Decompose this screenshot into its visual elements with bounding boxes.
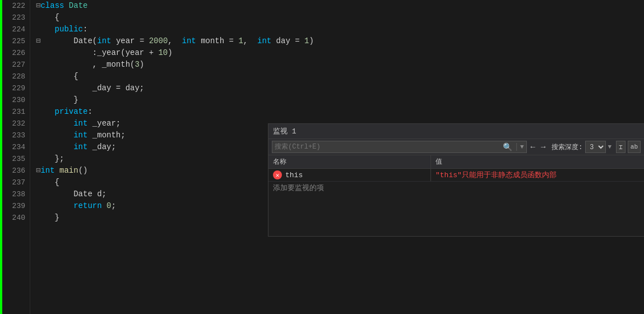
nav-forward-icon[interactable]: → xyxy=(539,142,547,151)
code-token: return xyxy=(55,201,106,210)
code-token: { xyxy=(55,72,78,81)
code-token xyxy=(36,119,55,128)
code-token: class xyxy=(40,1,68,10)
code-token: _day = day; xyxy=(55,84,145,93)
code-token: ) xyxy=(168,48,172,57)
watch-panel-title: 监视 1 xyxy=(268,124,644,139)
line-number: 240 xyxy=(2,212,25,224)
code-token: Date d; xyxy=(55,190,106,198)
code-token: _day; xyxy=(87,142,115,151)
watch-search-input[interactable] xyxy=(275,143,502,151)
code-token xyxy=(36,131,55,140)
line-number: 236 xyxy=(2,165,25,177)
code-token xyxy=(36,201,55,210)
line-number: 233 xyxy=(2,130,25,141)
code-token: day = xyxy=(271,36,304,45)
ab-button[interactable]: ab xyxy=(628,141,641,153)
editor-container: 2222232242252262272282292302312322332342… xyxy=(0,0,644,314)
code-token: int xyxy=(73,142,87,151)
code-token: main xyxy=(59,166,78,175)
code-token xyxy=(36,48,55,57)
code-line: { xyxy=(36,12,644,24)
code-line: _day = day; xyxy=(36,82,644,94)
pin-button[interactable]: ⌶ xyxy=(616,141,626,153)
code-token: public xyxy=(55,25,83,34)
line-number: 228 xyxy=(2,71,25,82)
code-token xyxy=(55,60,74,69)
depth-dropdown-icon[interactable]: ▼ xyxy=(608,144,612,150)
code-token: _month; xyxy=(87,131,125,140)
dropdown-arrow-icon[interactable]: ▼ xyxy=(520,144,524,150)
watch-search-box[interactable]: 🔍 | ▼ xyxy=(272,141,527,153)
code-token: () xyxy=(78,166,88,175)
watch-toolbar: 🔍 | ▼ ← → 搜索深度: 3 1 2 4 5 ▼ ⌶ ab xyxy=(268,139,644,155)
line-number: 235 xyxy=(2,153,25,165)
code-line: { xyxy=(36,71,644,82)
watch-panel: 监视 1 🔍 | ▼ ← → 搜索深度: 3 1 2 4 5 ▼ ⌶ ab xyxy=(268,123,644,237)
code-token: year = xyxy=(111,36,149,45)
error-icon: ✕ xyxy=(273,170,282,179)
line-number: 238 xyxy=(2,188,25,200)
code-token: } xyxy=(36,213,59,222)
watch-table-header: 名称 值 xyxy=(268,155,644,169)
code-token: ) xyxy=(140,60,144,69)
line-number: 226 xyxy=(2,47,25,59)
code-token: ; xyxy=(59,154,64,163)
code-token xyxy=(36,25,55,34)
search-icon[interactable]: 🔍 xyxy=(502,142,513,152)
code-token xyxy=(55,48,74,57)
code-token xyxy=(55,131,74,140)
code-token: :_year(year + xyxy=(73,48,158,57)
line-number: 225 xyxy=(2,35,25,47)
code-token: _year; xyxy=(87,119,121,128)
code-token: int xyxy=(182,36,196,45)
code-token: : xyxy=(87,107,92,116)
code-token xyxy=(55,142,74,151)
line-numbers: 2222232242252262272282292302312322332342… xyxy=(2,0,30,314)
code-token: int xyxy=(73,119,87,128)
nav-back-icon[interactable]: ← xyxy=(529,142,537,151)
code-token: 2000 xyxy=(149,36,168,45)
code-token: : xyxy=(83,25,87,34)
depth-select[interactable]: 3 1 2 4 5 xyxy=(585,141,606,153)
code-token: month = xyxy=(196,36,239,45)
line-number: 222 xyxy=(2,0,25,12)
watch-panel-body: ✕ this "this"只能用于非静态成员函数内部 添加要监视的项 xyxy=(268,169,644,236)
code-token xyxy=(36,142,55,151)
line-number: 232 xyxy=(2,118,25,130)
code-line: ⊟class Date xyxy=(36,0,644,12)
code-token: } xyxy=(55,95,78,104)
code-token: , _month( xyxy=(73,60,135,69)
code-token: 1 xyxy=(238,36,243,45)
depth-label: 搜索深度: xyxy=(552,142,582,152)
code-line: private: xyxy=(36,106,644,118)
code-token: int xyxy=(97,36,111,45)
code-token: private xyxy=(55,107,88,116)
add-watch-row[interactable]: 添加要监视的项 xyxy=(268,182,644,194)
add-watch-label[interactable]: 添加要监视的项 xyxy=(273,183,324,193)
watch-name-this: this xyxy=(285,171,303,179)
code-token xyxy=(55,119,74,128)
code-token: { xyxy=(36,13,59,22)
line-number: 239 xyxy=(2,200,25,212)
code-token: 3 xyxy=(135,60,139,69)
code-token: ) xyxy=(309,36,313,45)
watch-row-this[interactable]: ✕ this "this"只能用于非静态成员函数内部 xyxy=(268,169,644,182)
line-number: 230 xyxy=(2,94,25,106)
code-token: int xyxy=(73,131,87,140)
code-token: ; xyxy=(111,201,115,210)
code-line: , _month(3) xyxy=(36,59,644,71)
line-number: 237 xyxy=(2,177,25,188)
code-token: ⊟ xyxy=(36,36,55,45)
code-line: :_year(year + 10) xyxy=(36,47,644,59)
code-token: { xyxy=(36,178,59,187)
code-token xyxy=(36,107,55,116)
code-token xyxy=(55,166,59,175)
line-number: 229 xyxy=(2,82,25,94)
code-token xyxy=(36,95,55,104)
code-token xyxy=(36,60,55,69)
line-number: 231 xyxy=(2,106,25,118)
code-token: int xyxy=(40,166,54,175)
code-token: } xyxy=(36,154,59,163)
code-token: Date xyxy=(69,1,88,10)
